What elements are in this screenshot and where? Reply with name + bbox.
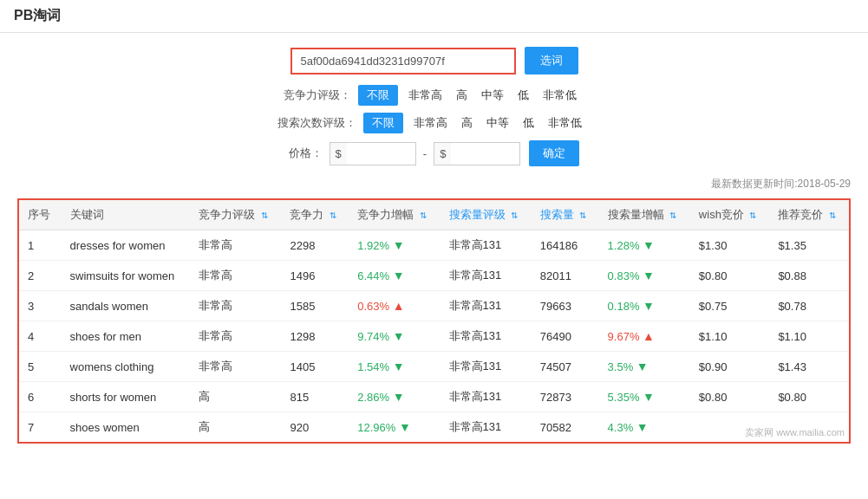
search-change-value: 0.18% xyxy=(608,300,640,313)
index-cell: 1 xyxy=(19,230,62,261)
search-button[interactable]: 选词 xyxy=(525,47,578,75)
competition-change-value: 9.74% xyxy=(357,330,389,343)
table-row: 3 sandals women 非常高 1585 0.63% ▲ 非常高131 … xyxy=(19,291,849,321)
price-from-input[interactable] xyxy=(347,142,416,165)
competition-unlimited-btn[interactable]: 不限 xyxy=(358,85,398,106)
watermark: 卖家网 www.mailia.com xyxy=(742,425,847,440)
search-volume-unlimited-btn[interactable]: 不限 xyxy=(363,113,403,133)
competition-change-value: 1.54% xyxy=(357,360,389,373)
col-header-competition-change[interactable]: 竞争力增幅 ⇅ xyxy=(349,200,440,230)
table-row: 6 shorts for women 高 815 2.86% ▼ 非常高131 … xyxy=(19,382,849,412)
recommended-bid-cell: $0.78 xyxy=(769,291,849,321)
competition-rating-cell: 非常高 xyxy=(190,321,281,352)
competition-cell: 2298 xyxy=(281,230,349,261)
col-header-competition[interactable]: 竞争力 ⇅ xyxy=(281,200,349,230)
sort-icon-competition-change: ⇅ xyxy=(420,211,427,220)
sort-icon-search-volume: ⇅ xyxy=(579,211,586,220)
keyword-cell: shorts for women xyxy=(62,382,191,412)
search-rating-cell: 非常高131 xyxy=(441,291,532,321)
wish-bid-cell: $0.75 xyxy=(690,291,770,321)
competition-change-value: 1.92% xyxy=(357,239,389,252)
recommended-bid-cell: $1.43 xyxy=(769,352,849,382)
price-confirm-button[interactable]: 确定 xyxy=(529,140,579,166)
search-volume-high-btn[interactable]: 高 xyxy=(456,113,478,133)
competition-very-high-btn[interactable]: 非常高 xyxy=(403,85,447,106)
competition-trend-down-icon: ▼ xyxy=(393,238,405,252)
search-change-value: 9.67% xyxy=(608,330,640,343)
search-volume-very-high-btn[interactable]: 非常高 xyxy=(408,113,453,133)
competition-cell: 1585 xyxy=(281,291,349,321)
competition-change-cell: 1.54% ▼ xyxy=(349,352,440,382)
index-cell: 3 xyxy=(19,291,62,321)
search-rating-cell: 非常高131 xyxy=(441,261,532,291)
page-container: PB淘词 选词 竞争力评级： 不限 非常高 高 中等 低 非常低 搜索次数评级：… xyxy=(0,0,868,499)
col-header-recommended-bid[interactable]: 推荐竞价 ⇅ xyxy=(769,200,849,230)
search-trend-down-icon: ▼ xyxy=(643,299,655,313)
competition-filter-row: 竞争力评级： 不限 非常高 高 中等 低 非常低 xyxy=(17,85,851,106)
search-volume-very-low-btn[interactable]: 非常低 xyxy=(543,113,587,133)
price-to-input[interactable] xyxy=(451,142,520,165)
index-cell: 5 xyxy=(19,352,62,382)
search-input[interactable] xyxy=(290,48,516,75)
keyword-cell: shoes for men xyxy=(62,321,191,352)
competition-low-btn[interactable]: 低 xyxy=(512,85,534,106)
search-trend-down-icon: ▼ xyxy=(636,360,649,373)
search-volume-filter-row: 搜索次数评级： 不限 非常高 高 中等 低 非常低 xyxy=(17,113,851,133)
search-change-cell: 9.67% ▲ xyxy=(599,321,690,352)
competition-change-value: 6.44% xyxy=(357,269,389,282)
competition-change-cell: 0.63% ▲ xyxy=(349,291,440,321)
col-header-search-change[interactable]: 搜索量增幅 ⇅ xyxy=(599,200,690,230)
col-header-keyword: 关键词 xyxy=(62,200,191,230)
competition-change-cell: 12.96% ▼ xyxy=(349,412,440,443)
price-to-group: $ xyxy=(434,142,520,165)
competition-very-low-btn[interactable]: 非常低 xyxy=(538,85,582,106)
search-trend-down-icon: ▼ xyxy=(643,269,655,282)
search-volume-cell: 70582 xyxy=(532,412,599,443)
search-change-cell: 0.83% ▼ xyxy=(599,261,690,291)
data-table-wrapper: 序号 关键词 竞争力评级 ⇅ 竞争力 ⇅ 竞争力增幅 ⇅ 搜索量评级 ⇅ 搜索量… xyxy=(17,198,851,444)
table-row: 1 dresses for women 非常高 2298 1.92% ▼ 非常高… xyxy=(19,230,849,261)
competition-rating-cell: 非常高 xyxy=(190,352,281,382)
col-header-competition-rating[interactable]: 竞争力评级 ⇅ xyxy=(190,200,281,230)
competition-medium-btn[interactable]: 中等 xyxy=(476,85,509,106)
index-cell: 2 xyxy=(19,261,62,291)
keyword-cell: sandals women xyxy=(62,291,191,321)
competition-cell: 1496 xyxy=(281,261,349,291)
col-header-wish-bid[interactable]: wish竞价 ⇅ xyxy=(690,200,770,230)
recommended-bid-cell: $0.88 xyxy=(769,261,849,291)
search-change-cell: 5.35% ▼ xyxy=(599,382,690,412)
search-volume-medium-btn[interactable]: 中等 xyxy=(481,113,514,133)
competition-change-cell: 6.44% ▼ xyxy=(349,261,440,291)
search-volume-cell: 74507 xyxy=(532,352,599,382)
competition-rating-cell: 非常高 xyxy=(190,261,281,291)
search-rating-cell: 非常高131 xyxy=(441,412,532,443)
page-header: PB淘词 xyxy=(0,0,868,33)
search-change-value: 4.3% xyxy=(608,421,634,434)
price-prefix-1: $ xyxy=(330,142,347,165)
table-row: 4 shoes for men 非常高 1298 9.74% ▼ 非常高131 … xyxy=(19,321,849,352)
competition-change-value: 12.96% xyxy=(357,421,395,434)
search-volume-cell: 82011 xyxy=(532,261,599,291)
search-rating-cell: 非常高131 xyxy=(441,321,532,352)
competition-high-btn[interactable]: 高 xyxy=(451,85,473,106)
keyword-cell: womens clothing xyxy=(62,352,191,382)
search-volume-cell: 164186 xyxy=(532,230,599,261)
col-header-search-volume[interactable]: 搜索量 ⇅ xyxy=(532,200,599,230)
search-volume-cell: 72873 xyxy=(532,382,599,412)
search-rating-cell: 非常高131 xyxy=(441,382,532,412)
competition-cell: 920 xyxy=(281,412,349,443)
competition-change-cell: 2.86% ▼ xyxy=(349,382,440,412)
competition-trend-up-icon: ▲ xyxy=(393,299,405,313)
search-change-value: 0.83% xyxy=(608,269,640,282)
price-row: 价格： $ - $ 确定 xyxy=(17,140,851,166)
table-row: 2 swimsuits for women 非常高 1496 6.44% ▼ 非… xyxy=(19,261,849,291)
table-header-row: 序号 关键词 竞争力评级 ⇅ 竞争力 ⇅ 竞争力增幅 ⇅ 搜索量评级 ⇅ 搜索量… xyxy=(19,200,849,230)
sort-icon-search-rating: ⇅ xyxy=(511,211,518,220)
price-label: 价格： xyxy=(289,146,323,161)
competition-change-cell: 1.92% ▼ xyxy=(349,230,440,261)
search-row: 选词 xyxy=(17,47,851,75)
col-header-search-rating[interactable]: 搜索量评级 ⇅ xyxy=(441,200,532,230)
competition-rating-cell: 高 xyxy=(190,382,281,412)
search-volume-low-btn[interactable]: 低 xyxy=(518,113,539,133)
price-prefix-2: $ xyxy=(434,142,451,165)
